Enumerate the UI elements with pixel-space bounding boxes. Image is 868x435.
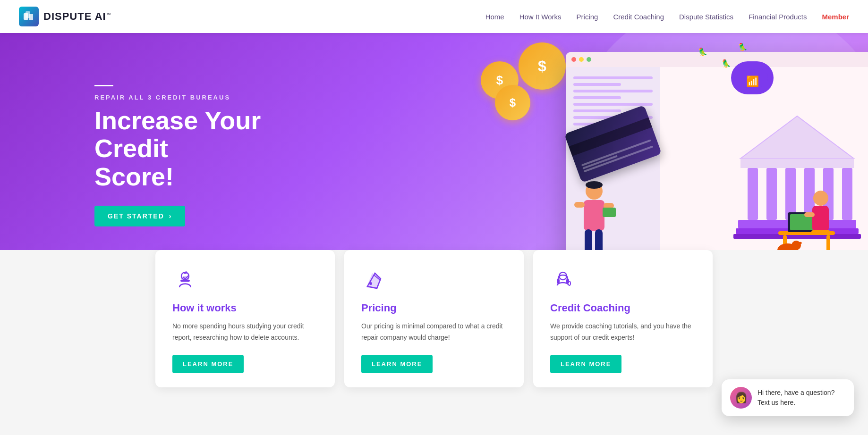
wifi-cloud-icon: 📶 xyxy=(731,61,774,94)
browser-dot-green xyxy=(587,57,591,62)
bird-2: 🦜 xyxy=(722,59,731,68)
bird-3: 🦜 xyxy=(738,42,748,51)
hero-section: REPAIR ALL 3 CREDIT BUREAUS Increase You… xyxy=(0,33,868,278)
browser-line xyxy=(573,90,653,92)
svg-rect-32 xyxy=(804,212,815,217)
pricing-learn-more-button[interactable]: LEARN MORE xyxy=(361,355,433,373)
coin-2: $ xyxy=(519,42,566,90)
get-started-button[interactable]: GET STARTED › xyxy=(94,206,185,226)
nav-dispute-statistics[interactable]: Dispute Statistics xyxy=(679,13,733,21)
pricing-card: Pricing Our pricing is minimal compared … xyxy=(344,250,524,387)
nav-credit-coaching[interactable]: Credit Coaching xyxy=(613,13,664,21)
svg-rect-19 xyxy=(584,200,604,231)
svg-rect-20 xyxy=(574,202,585,208)
svg-rect-31 xyxy=(812,206,829,232)
svg-rect-9 xyxy=(842,168,852,220)
hero-illustration: $ $ $ xyxy=(415,33,868,278)
hero-label: REPAIR ALL 3 CREDIT BUREAUS xyxy=(94,94,283,101)
svg-rect-41 xyxy=(557,279,560,284)
browser-line xyxy=(573,96,621,99)
credit-coaching-icon xyxy=(550,267,576,293)
how-it-works-learn-more-button[interactable]: LEARN MORE xyxy=(172,355,244,373)
nav-home[interactable]: Home xyxy=(485,13,504,21)
nav-financial-products[interactable]: Financial Products xyxy=(749,13,807,21)
browser-dot-yellow xyxy=(579,57,584,62)
browser-line xyxy=(573,109,621,112)
credit-coaching-card: Credit Coaching We provide coaching tuto… xyxy=(533,250,713,387)
svg-rect-33 xyxy=(811,230,830,234)
hero-content: REPAIR ALL 3 CREDIT BUREAUS Increase You… xyxy=(0,57,283,255)
browser-line xyxy=(573,103,653,106)
browser-line xyxy=(573,76,653,79)
credit-coaching-title: Credit Coaching xyxy=(550,302,696,314)
svg-rect-24 xyxy=(603,208,616,217)
wifi-cloud: 📶 xyxy=(731,61,774,94)
logo-area: DISPUTE AI™ xyxy=(19,7,111,26)
person-sitting xyxy=(774,175,840,259)
hero-title: Increase Your Credit Score! xyxy=(94,107,283,191)
how-it-works-card: How it works No more spending hours stud… xyxy=(155,250,335,387)
browser-dot-red xyxy=(571,57,576,62)
svg-marker-2 xyxy=(740,116,854,159)
svg-rect-38 xyxy=(180,280,190,282)
pricing-icon xyxy=(361,267,387,293)
chat-avatar: 👩 xyxy=(730,387,752,409)
svg-point-18 xyxy=(586,181,603,189)
credit-coaching-learn-more-button[interactable]: LEARN MORE xyxy=(550,355,621,373)
nav-member[interactable]: Member xyxy=(822,13,849,21)
svg-rect-4 xyxy=(748,168,758,220)
brand-name: DISPUTE AI™ xyxy=(43,10,111,23)
hero-divider xyxy=(94,85,113,86)
nav-how-it-works[interactable]: How It Works xyxy=(519,13,562,21)
chat-message: Hi there, have a question? Text us here. xyxy=(757,388,845,408)
svg-point-30 xyxy=(813,191,828,206)
logo-icon xyxy=(19,7,39,26)
pricing-title: Pricing xyxy=(361,302,507,314)
how-it-works-desc: No more spending hours studying your cre… xyxy=(172,321,318,343)
how-it-works-title: How it works xyxy=(172,302,318,314)
navigation: Home How It Works Pricing Credit Coachin… xyxy=(485,13,849,21)
header: DISPUTE AI™ Home How It Works Pricing Cr… xyxy=(0,0,868,33)
how-it-works-icon xyxy=(172,267,198,293)
bird-1: 🦜 xyxy=(698,47,707,56)
chat-widget[interactable]: 👩 Hi there, have a question? Text us her… xyxy=(722,379,854,416)
pricing-desc: Our pricing is minimal compared to what … xyxy=(361,321,507,343)
browser-line xyxy=(573,83,621,86)
nav-pricing[interactable]: Pricing xyxy=(577,13,598,21)
svg-text:📶: 📶 xyxy=(746,75,759,88)
svg-rect-42 xyxy=(566,279,569,284)
person-sitting-svg xyxy=(774,175,840,259)
svg-rect-3 xyxy=(740,159,854,168)
browser-topbar xyxy=(566,52,868,67)
credit-coaching-desc: We provide coaching tutorials, and you h… xyxy=(550,321,696,343)
coin-3: $ xyxy=(495,85,530,120)
